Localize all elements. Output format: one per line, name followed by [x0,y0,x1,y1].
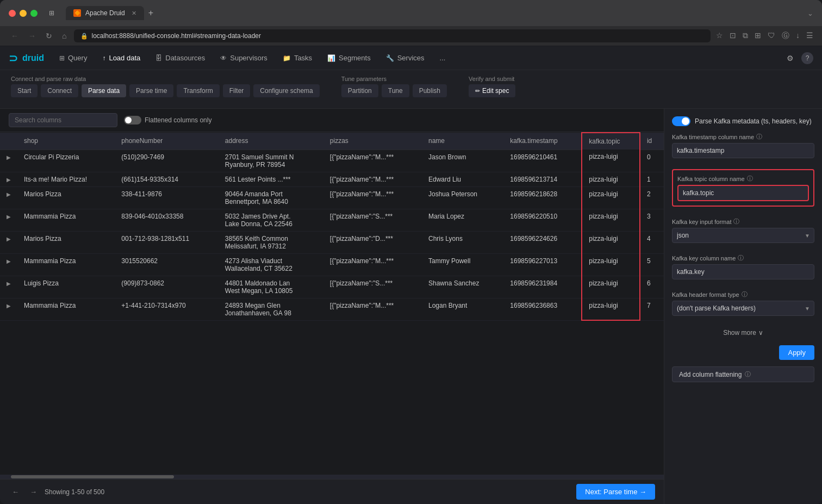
cell-phone: 338-411-9876 [115,186,219,209]
extension-icon-6[interactable]: ↓ [796,31,800,41]
expand-cell[interactable]: ▶ [0,209,17,231]
cell-shop: Marios Pizza [17,231,115,253]
wizard-btn-transform[interactable]: Transform [177,84,219,97]
info-icon-topic[interactable]: ⓘ [747,175,753,183]
col-header-kafka-topic: kafka.topic [582,133,640,150]
cell-shop: Its-a me! Mario Pizza! [17,172,115,186]
back-button[interactable]: ← [9,30,21,41]
kafka-topic-input[interactable] [677,185,809,201]
nav-item-load-data[interactable]: ↑ Load data [96,51,147,65]
active-tab[interactable]: 🔶 Apache Druid ✕ [66,6,144,20]
cell-name: Chris Lyons [422,231,503,253]
search-input[interactable] [9,113,117,127]
extension-icon-3[interactable]: ⊞ [755,31,761,41]
next-step-button[interactable]: Next: Parse time → [576,484,655,500]
wizard-btn-configure-schema[interactable]: Configure schema [253,84,319,97]
flattened-toggle[interactable] [124,116,141,125]
extension-icon-4[interactable]: 🛡 [768,31,775,41]
nav-item-services[interactable]: 🔧 Services [379,51,431,65]
expand-cell[interactable]: ▶ [0,186,17,209]
minimize-button[interactable] [20,10,27,17]
wizard-btn-partition[interactable]: Partition [341,84,378,97]
close-button[interactable] [9,10,16,17]
expand-cell[interactable]: ▶ [0,276,17,298]
tab-close-button[interactable]: ✕ [132,10,136,17]
kafka-key-format-select[interactable]: json [672,228,814,243]
wizard-steps: Connect and parse raw data Start Connect… [11,76,811,97]
chevron-down-icon: ∨ [758,329,763,337]
kafka-key-col-input[interactable] [672,264,814,279]
kafka-timestamp-input[interactable] [672,143,814,158]
wizard-btn-start[interactable]: Start [11,84,38,97]
nav-item-segments[interactable]: 📊 Segments [321,51,377,65]
help-button[interactable]: ? [801,52,813,64]
refresh-button[interactable]: ↻ [43,30,54,41]
kafka-timestamp-label: Kafka timestamp column name ⓘ [672,133,814,141]
wizard-btn-parse-data[interactable]: Parse data [82,84,126,97]
scroll-thumb[interactable] [11,475,174,478]
info-icon-key-col[interactable]: ⓘ [738,254,744,262]
expand-cell[interactable]: ▶ [0,253,17,276]
info-icon-flattening[interactable]: ⓘ [745,370,751,378]
nav-label-services: Services [397,54,425,62]
extension-icon-2[interactable]: ⧉ [743,31,748,41]
cell-name: Logan Bryant [422,298,503,320]
next-page-button[interactable]: → [27,487,40,497]
nav-right-controls: ⚙ ? [783,52,813,65]
expand-cell[interactable]: ▶ [0,150,17,172]
cell-name: Joshua Peterson [422,186,503,209]
wizard-btn-filter[interactable]: Filter [223,84,251,97]
kafka-metadata-toggle[interactable] [672,116,690,126]
cell-phone: 839-046-4010x33358 [115,209,219,231]
col-header-kafka-timestamp: kafka.timestamp [503,133,582,150]
nav-item-supervisors[interactable]: 👁 Supervisors [214,51,274,65]
url-bar[interactable]: 🔒 localhost:8888/unified-console.html#st… [74,29,711,42]
extension-icon-1[interactable]: ⊡ [730,31,736,41]
expand-cell[interactable]: ▶ [0,172,17,186]
wizard-btn-connect[interactable]: Connect [41,84,78,97]
tasks-icon: 📁 [283,54,291,62]
new-tab-button[interactable]: + [148,8,153,18]
settings-button[interactable]: ⚙ [783,52,797,65]
wizard-btn-publish[interactable]: Publish [413,84,447,97]
home-button[interactable]: ⌂ [60,30,68,41]
expand-cell[interactable]: ▶ [0,231,17,253]
expand-cell[interactable]: ▶ [0,298,17,320]
col-header-pizzas: pizzas [323,133,422,150]
table-row: ▶ Marios Pizza 001-712-938-1281x511 3856… [0,231,664,253]
data-table-wrapper[interactable]: shop phoneNumber address pizzas name kaf… [0,132,664,475]
kafka-header-format-select[interactable]: (don't parse Kafka herders) [672,301,814,316]
next-step-label: Next: Parse time → [585,488,646,496]
forward-button[interactable]: → [26,30,38,41]
cell-shop: Luigis Pizza [17,276,115,298]
wizard-btn-edit-spec[interactable]: ✏ Edit spec [469,84,515,97]
info-icon-key-format[interactable]: ⓘ [733,217,739,226]
col-header-id: id [640,133,664,150]
cell-pizzas: [{"pizzaName":"M...*** [323,298,422,320]
nav-item-tasks[interactable]: 📁 Tasks [276,51,319,65]
nav-item-more[interactable]: ... [433,51,452,65]
horizontal-scrollbar[interactable] [0,475,664,479]
cell-name: Jason Brown [422,150,503,172]
maximize-button[interactable] [30,10,38,17]
data-section: Flattened columns only shop phoneNumber … [0,109,664,504]
info-icon-header-format[interactable]: ⓘ [742,290,748,298]
table-row: ▶ Marios Pizza 338-411-9876 90464 Amanda… [0,186,664,209]
wizard-btn-tune[interactable]: Tune [382,84,409,97]
cell-phone: 001-712-938-1281x511 [115,231,219,253]
nav-item-query[interactable]: ⊞ Query [53,51,94,65]
wizard-btn-parse-time[interactable]: Parse time [129,84,173,97]
prev-page-button[interactable]: ← [9,487,22,497]
nav-logo-text: druid [22,53,44,63]
bookmark-icon[interactable]: ☆ [716,31,723,41]
wizard-buttons-group-1: Start Connect Parse data Parse time Tran… [11,84,320,97]
pagination-bar: ← → Showing 1-50 of 500 Next: Parse time… [0,479,664,504]
menu-button[interactable]: ☰ [806,31,813,41]
show-more-button[interactable]: Show more ∨ [672,327,814,339]
info-icon-timestamp[interactable]: ⓘ [756,133,762,141]
apply-button[interactable]: Apply [779,345,814,360]
browser-titlebar: ⊞ 🔶 Apache Druid ✕ + ⌄ [0,0,822,26]
nav-item-datasources[interactable]: 🗄 Datasources [149,51,211,65]
extension-icon-5[interactable]: Ⓖ [782,31,789,41]
add-column-flattening-button[interactable]: Add column flattening ⓘ [672,366,814,382]
